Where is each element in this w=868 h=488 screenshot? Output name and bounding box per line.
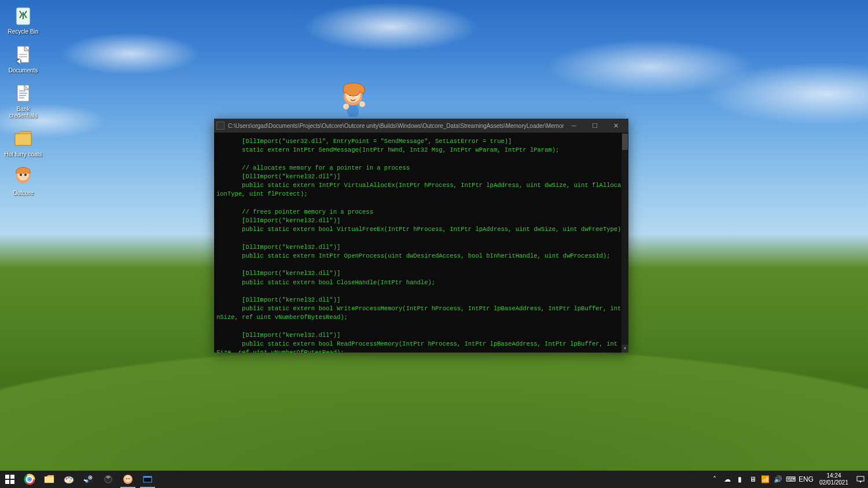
svg-point-17 <box>345 87 361 102</box>
svg-point-15 <box>347 104 359 117</box>
taskbar-paint[interactable] <box>59 471 79 488</box>
tray-onedrive-icon[interactable]: ☁ <box>721 471 734 488</box>
tray-input-icon[interactable]: ⌨ <box>785 471 797 488</box>
svg-point-40 <box>69 480 71 482</box>
scroll-down-arrow[interactable]: ▾ <box>621 344 628 353</box>
svg-rect-54 <box>857 476 864 481</box>
tray-network-icon[interactable]: 📶 <box>759 471 772 488</box>
svg-point-23 <box>359 101 365 107</box>
close-button[interactable]: ✕ <box>605 119 626 132</box>
svg-point-22 <box>343 104 349 109</box>
console-icon <box>216 122 225 130</box>
svg-point-20 <box>354 93 358 97</box>
desktop-icon-documents[interactable]: Documents <box>3 42 43 75</box>
maximize-button[interactable]: ☐ <box>584 119 605 132</box>
svg-rect-25 <box>10 475 14 479</box>
svg-point-50 <box>126 478 127 479</box>
window-title: C:\Users\orgad\Documents\Projects\Outcor… <box>228 123 564 129</box>
outcore-game-icon <box>12 166 35 189</box>
svg-point-19 <box>349 94 351 96</box>
svg-rect-53 <box>144 476 152 478</box>
icon-label: Bank credentials <box>4 106 42 119</box>
svg-rect-24 <box>5 475 9 479</box>
tray-language[interactable]: ENG <box>797 471 815 488</box>
game-character-sprite <box>336 82 370 117</box>
folder-icon <box>12 127 35 150</box>
svg-point-37 <box>66 478 68 480</box>
svg-point-41 <box>84 475 93 484</box>
vertical-scrollbar[interactable]: ▾ <box>621 133 628 353</box>
taskbar-obs[interactable] <box>98 471 118 488</box>
clock-time: 14:24 <box>819 472 848 479</box>
taskbar-steam[interactable] <box>79 471 98 488</box>
desktop-icon-outcore[interactable]: Outcore <box>3 164 43 197</box>
svg-rect-26 <box>5 480 9 484</box>
svg-point-39 <box>71 478 72 480</box>
tray-display-icon[interactable]: 🖥 <box>746 471 759 488</box>
desktop-icons-area: Recycle Bin Documents Bank credentials H… <box>3 3 49 203</box>
svg-point-38 <box>68 477 70 479</box>
action-center-button[interactable] <box>853 471 868 488</box>
svg-point-18 <box>348 93 352 97</box>
taskbar-chrome[interactable] <box>20 471 39 488</box>
svg-rect-10 <box>15 134 31 145</box>
icon-label: Hot furry coats <box>4 151 42 157</box>
taskbar-left <box>0 471 157 488</box>
taskbar-outcore[interactable] <box>118 471 138 488</box>
console-body[interactable]: [DllImport("user32.dll", EntryPoint = "S… <box>214 133 628 353</box>
start-button[interactable] <box>0 471 20 488</box>
desktop-icon-recycle-bin[interactable]: Recycle Bin <box>3 3 43 36</box>
svg-rect-35 <box>45 477 54 483</box>
taskbar-console[interactable] <box>138 471 157 488</box>
svg-rect-27 <box>10 480 14 484</box>
console-output: [DllImport("user32.dll", EntryPoint = "S… <box>216 137 626 353</box>
svg-point-13 <box>20 174 22 176</box>
scroll-thumb[interactable] <box>622 134 628 150</box>
tray-battery-icon[interactable]: ▮ <box>734 471 746 488</box>
console-window: C:\Users\orgad\Documents\Projects\Outcor… <box>214 119 628 353</box>
icon-label: Recycle Bin <box>8 28 39 35</box>
svg-point-34 <box>28 478 31 481</box>
svg-point-14 <box>24 174 27 176</box>
icon-label: Documents <box>9 67 38 74</box>
svg-point-43 <box>90 477 91 479</box>
taskbar-file-explorer[interactable] <box>39 471 59 488</box>
desktop-icon-hot-furry-coats[interactable]: Hot furry coats <box>3 126 43 159</box>
icon-label: Outcore <box>13 190 34 196</box>
minimize-button[interactable]: ─ <box>564 119 584 132</box>
desktop-icon-bank-credentials[interactable]: Bank credentials <box>3 80 43 120</box>
clock-date: 02/01/2021 <box>819 479 848 486</box>
svg-point-51 <box>128 478 130 479</box>
document-icon <box>12 43 35 66</box>
svg-point-16 <box>344 87 362 105</box>
svg-point-21 <box>355 94 357 96</box>
svg-point-49 <box>124 475 131 482</box>
title-bar[interactable]: C:\Users\orgad\Documents\Projects\Outcor… <box>214 119 628 133</box>
taskbar: ˄ ☁ ▮ 🖥 📶 🔊 ⌨ ENG 14:24 02/01/2021 <box>0 471 868 488</box>
recycle-bin-icon <box>12 4 35 27</box>
taskbar-clock[interactable]: 14:24 02/01/2021 <box>815 472 853 486</box>
taskbar-right: ˄ ☁ ▮ 🖥 📶 🔊 ⌨ ENG 14:24 02/01/2021 <box>708 471 868 488</box>
window-controls: ─ ☐ ✕ <box>564 119 626 132</box>
tray-volume-icon[interactable]: 🔊 <box>772 471 785 488</box>
tray-chevron-icon[interactable]: ˄ <box>708 471 721 488</box>
text-file-icon <box>12 82 35 105</box>
